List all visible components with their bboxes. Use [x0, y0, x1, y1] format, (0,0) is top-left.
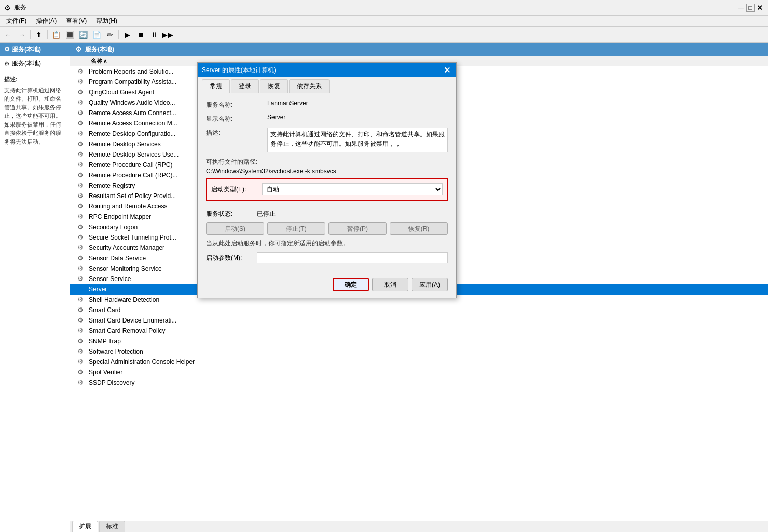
pause-button[interactable]: 暂停(P)	[328, 222, 387, 235]
properties-button[interactable]: 🔳	[63, 29, 76, 40]
gear-icon: ⚙	[72, 233, 89, 241]
cancel-button[interactable]: 取消	[372, 278, 408, 291]
gear-icon: ⚙	[72, 150, 89, 158]
start-service-button[interactable]: ▶	[121, 29, 133, 40]
dialog-title: Server 的属性(本地计算机)	[202, 66, 276, 75]
new-button[interactable]: 📄	[90, 29, 103, 40]
exe-path-section: 可执行文件的路径: C:\Windows\System32\svchost.ex…	[206, 157, 448, 175]
service-name: Software Protection	[89, 348, 766, 355]
apply-button[interactable]: 应用(A)	[412, 278, 448, 291]
service-name: Smart Card	[89, 306, 766, 314]
gear-icon: ⚙	[72, 285, 89, 293]
toolbar: ← → ⬆ 📋 🔳 🔄 📄 ✏ ▶ ⏹ ⏸ ▶▶	[0, 27, 768, 43]
gear-icon: ⚙	[72, 140, 89, 148]
param-row: 启动参数(M):	[206, 252, 448, 263]
ok-button[interactable]: 确定	[333, 278, 369, 291]
list-item[interactable]: ⚙Special Administration Console Helper	[70, 357, 768, 367]
startup-type-label: 启动类型(E):	[211, 185, 258, 194]
dialog-tab-dependencies[interactable]: 依存关系	[289, 79, 330, 93]
menu-view[interactable]: 查看(V)	[62, 16, 91, 26]
gear-icon: ⚙	[72, 306, 89, 314]
sidebar-desc-title: 描述:	[4, 75, 65, 84]
up-button[interactable]: ⬆	[33, 29, 45, 40]
list-item[interactable]: ⚙SSDP Discovery	[70, 377, 768, 388]
gear-icon: ⚙	[72, 337, 89, 345]
gear-icon: ⚙	[72, 99, 89, 106]
gear-icon: ⚙	[72, 275, 89, 283]
param-label: 启动参数(M):	[206, 254, 253, 262]
gear-icon: ⚙	[72, 119, 89, 127]
service-name-value: LanmanServer	[267, 100, 448, 107]
restart-service-button[interactable]: ▶▶	[161, 29, 174, 40]
display-name-value: Server	[267, 114, 448, 121]
list-item[interactable]: ⚙Smart Card	[70, 305, 768, 315]
service-name: SNMP Trap	[89, 338, 766, 345]
list-item[interactable]: ⚙Software Protection	[70, 346, 768, 357]
menu-help[interactable]: 帮助(H)	[92, 16, 121, 26]
sidebar-desc-text: 支持此计算机通过网络的文件、打印、和命名管道共享。如果服务停止，这些功能不可用。…	[4, 86, 65, 146]
tab-standard[interactable]: 标准	[99, 521, 125, 532]
dialog-tab-recovery[interactable]: 恢复	[260, 79, 288, 93]
list-item[interactable]: ⚙Smart Card Device Enumerati...	[70, 315, 768, 326]
maximize-button[interactable]: □	[746, 4, 755, 12]
close-button[interactable]: ✕	[756, 4, 764, 12]
gear-icon: ⚙	[72, 327, 89, 334]
gear-icon: ⚙	[72, 181, 89, 189]
description-label: 描述:	[206, 128, 263, 137]
show-hide-button[interactable]: 📋	[50, 29, 62, 40]
stop-button[interactable]: 停止(T)	[267, 222, 325, 235]
service-status-label: 服务状态:	[206, 209, 253, 218]
sidebar-icon: ⚙	[4, 46, 10, 53]
service-name: SSDP Discovery	[89, 379, 766, 386]
gear-icon: ⚙	[72, 67, 89, 75]
back-button[interactable]: ←	[2, 29, 15, 40]
refresh-button[interactable]: 🔄	[77, 29, 89, 40]
list-item[interactable]: ⚙SNMP Trap	[70, 336, 768, 346]
dialog-tab-login[interactable]: 登录	[231, 79, 259, 93]
menu-file[interactable]: 文件(F)	[2, 16, 31, 26]
list-item[interactable]: ⚙Spot Verifier	[70, 367, 768, 377]
forward-button[interactable]: →	[16, 29, 28, 40]
sidebar-description: 描述: 支持此计算机通过网络的文件、打印、和命名管道共享。如果服务停止，这些功能…	[0, 71, 70, 150]
exe-path-label: 可执行文件的路径:	[206, 157, 448, 166]
gear-icon: ⚙	[72, 254, 89, 262]
service-name-row: 服务名称: LanmanServer	[206, 100, 448, 109]
menu-action[interactable]: 操作(A)	[32, 16, 61, 26]
stop-service-button[interactable]: ⏹	[134, 29, 147, 40]
gear-icon: ⚙	[72, 161, 89, 169]
list-item[interactable]: ⚙Smart Card Removal Policy	[70, 326, 768, 336]
properties-dialog: Server 的属性(本地计算机) ✕ 常规 登录 恢复 依存关系 服务名称: …	[197, 62, 457, 298]
start-button[interactable]: 启动(S)	[206, 222, 264, 235]
gear-icon: ⚙	[72, 264, 89, 272]
gear-icon: ⚙	[72, 171, 89, 179]
startup-type-select[interactable]: 自动 自动(延迟启动) 手动 禁用	[262, 183, 443, 195]
gear-icon: ⚙	[72, 347, 89, 355]
display-name-row: 显示名称: Server	[206, 114, 448, 123]
gear-icon: ⚙	[72, 368, 89, 376]
service-name: Spot Verifier	[89, 369, 766, 376]
sidebar-item-local[interactable]: ⚙ 服务(本地)	[0, 56, 70, 71]
service-status-row: 服务状态: 已停止	[206, 209, 448, 218]
toolbar-separator-1	[30, 30, 31, 39]
description-value[interactable]: 支持此计算机通过网络的文件、打印、和命名管道共享。如果服务停止，这些功能不可用。…	[267, 128, 448, 152]
param-input[interactable]	[257, 252, 448, 263]
gear-icon: ⚙	[72, 213, 89, 220]
service-name-label: 服务名称:	[206, 100, 263, 109]
dialog-tab-general[interactable]: 常规	[202, 79, 230, 93]
dialog-close-button[interactable]: ✕	[442, 65, 452, 75]
title-bar: ⚙ 服务 ─ □ ✕	[0, 0, 768, 16]
display-name-label: 显示名称:	[206, 114, 263, 123]
gear-icon: ⚙	[72, 296, 89, 303]
service-buttons: 启动(S) 停止(T) 暂停(P) 恢复(R)	[206, 222, 448, 235]
gear-icon: ⚙	[72, 88, 89, 96]
resume-button[interactable]: 恢复(R)	[390, 222, 448, 235]
bottom-tabs: 扩展 标准	[70, 521, 768, 532]
pause-service-button[interactable]: ⏸	[148, 29, 160, 40]
sidebar-header: ⚙ 服务(本地)	[0, 43, 70, 56]
edit-button[interactable]: ✏	[104, 29, 116, 40]
tab-expand[interactable]: 扩展	[72, 521, 98, 532]
minimize-button[interactable]: ─	[737, 4, 745, 12]
gear-icon: ⚙	[72, 109, 89, 117]
dialog-titlebar: Server 的属性(本地计算机) ✕	[198, 63, 456, 77]
toolbar-separator-3	[118, 30, 119, 39]
